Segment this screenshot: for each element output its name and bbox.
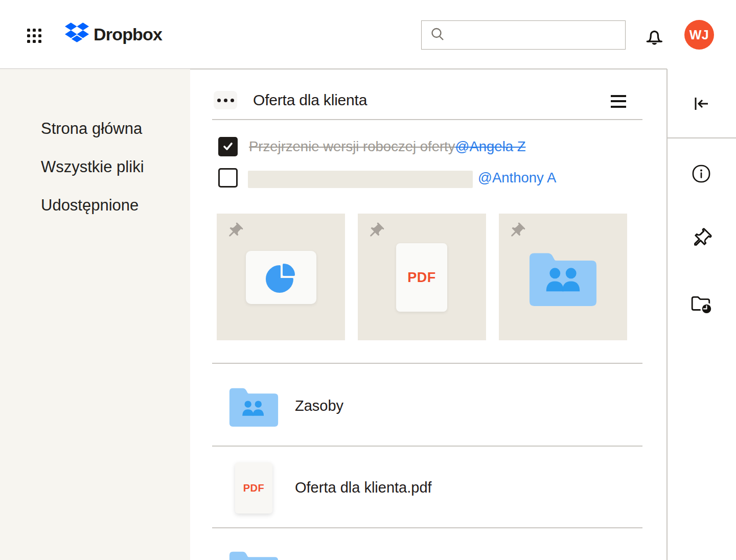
file-name: Oferta dla klienta.pdf [295, 477, 432, 498]
mention-link[interactable]: @Anthony A [478, 170, 556, 186]
file-row-partial[interactable] [212, 527, 642, 560]
folder-clock-icon [690, 293, 712, 315]
pinned-card-chart[interactable] [217, 214, 345, 340]
check-icon [222, 141, 234, 153]
menu-hamburger-icon[interactable] [611, 92, 628, 110]
sidebar-item-shared[interactable]: Udostępnione [41, 195, 139, 216]
task-text-placeholder [248, 171, 473, 188]
right-panel-divider [667, 137, 736, 138]
file-row-oferta-pdf[interactable]: PDF Oferta dla klienta.pdf [212, 446, 642, 527]
task-item-done: Przejrzenie wersji roboczej oferty @Ange… [249, 137, 525, 156]
pie-chart-icon [265, 262, 297, 293]
collapse-panel-button[interactable] [690, 92, 712, 115]
dropbox-app: Dropbox WJ Strona główna [0, 0, 736, 560]
avatar-initials: WJ [689, 28, 709, 42]
info-icon [691, 164, 711, 184]
shared-folder-icon [229, 386, 279, 429]
sidebar-item-home[interactable]: Strona główna [41, 119, 142, 139]
sidebar-item-all-files[interactable]: Wszystkie pliki [41, 157, 144, 177]
mention-link[interactable]: @Angela Z [455, 138, 525, 155]
pdf-badge: PDF [407, 270, 436, 286]
avatar[interactable]: WJ [684, 20, 714, 50]
collapse-left-icon [692, 94, 711, 113]
search-input[interactable] [449, 20, 625, 50]
file-name: Zasoby [295, 395, 343, 416]
pinned-button[interactable] [690, 227, 712, 250]
notifications-bell-icon[interactable] [644, 26, 665, 46]
dropbox-glyph-icon [65, 22, 89, 46]
dropbox-logo[interactable]: Dropbox [65, 22, 162, 46]
pdf-badge: PDF [243, 482, 265, 494]
pin-outline-icon [691, 228, 712, 249]
more-options-button[interactable] [214, 91, 237, 109]
search-icon [430, 27, 445, 44]
chart-thumbnail [246, 251, 316, 304]
task-checkbox-empty[interactable] [218, 168, 238, 188]
pinned-card-folder[interactable] [499, 214, 627, 340]
apps-grid-icon[interactable] [27, 29, 42, 43]
section-divider [212, 119, 642, 120]
top-header: Dropbox WJ [0, 0, 736, 69]
pin-icon [508, 222, 526, 242]
pin-icon [225, 222, 244, 242]
info-button[interactable] [690, 162, 712, 185]
file-row-zasoby[interactable]: Zasoby [212, 363, 642, 446]
dropbox-wordmark: Dropbox [94, 25, 162, 44]
search-bar[interactable] [421, 20, 626, 50]
page-title: Oferta dla klienta [253, 90, 367, 110]
sidebar-item-label: Wszystkie pliki [41, 158, 144, 176]
task-text: Przejrzenie wersji roboczej oferty [249, 138, 455, 155]
sidebar-item-label: Strona główna [41, 120, 142, 138]
pinned-card-pdf[interactable]: PDF [358, 214, 486, 340]
pdf-thumbnail: PDF [396, 243, 447, 312]
recent-folders-button[interactable] [690, 293, 712, 315]
right-panel-border [666, 69, 668, 560]
pin-icon [366, 222, 385, 242]
pdf-file-icon: PDF [235, 462, 272, 514]
task-checkbox-checked[interactable] [218, 137, 238, 156]
left-sidebar: Strona główna Wszystkie pliki Udostępnio… [0, 69, 190, 560]
folder-icon [229, 549, 279, 560]
sidebar-item-label: Udostępnione [41, 196, 139, 215]
task-item-open: @Anthony A [478, 168, 556, 188]
shared-folder-icon [530, 248, 596, 310]
